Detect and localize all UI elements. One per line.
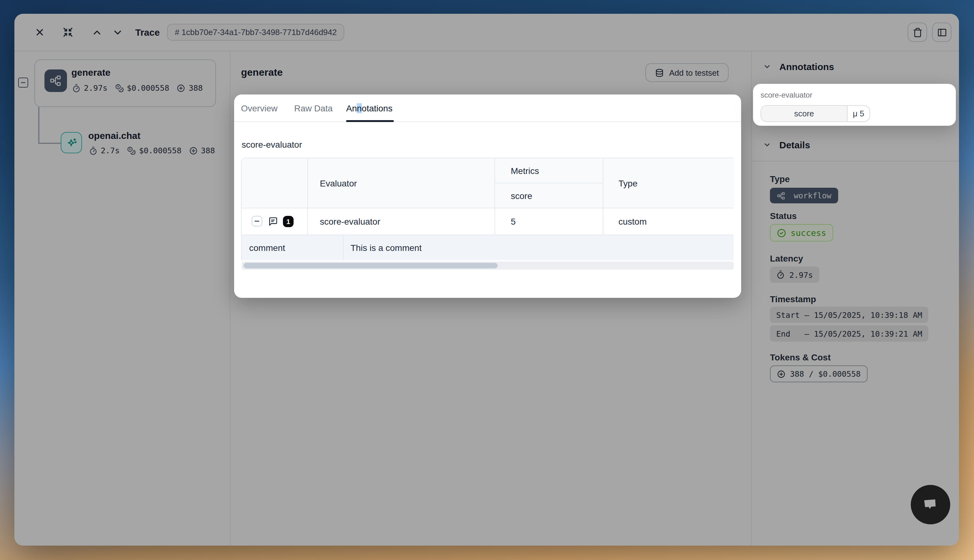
annotations-section-title: Annotations: [779, 61, 834, 72]
sparkles-icon: [61, 132, 82, 153]
next-trace-button[interactable]: [110, 25, 125, 40]
latency-metric: 2.97s: [72, 83, 107, 93]
trace-tree-sidebar: generate 2.97s $0.000558 388: [14, 51, 230, 546]
comment-row: [242, 235, 734, 260]
trace-id-chip[interactable]: # 1cbb70e7-34a1-7bb7-3498-771b7d46d942: [167, 24, 344, 41]
type-label: Type: [770, 174, 790, 184]
comment-count-badge: 1: [283, 216, 294, 227]
timestamp-start-value: Start — 15/05/2025, 10:39:18 AM: [776, 310, 922, 319]
tab-annotations[interactable]: Annotations: [346, 95, 392, 122]
add-to-testset-label: Add to testset: [669, 68, 719, 77]
tokens-metric: 388: [177, 83, 203, 93]
evaluator-section-title: score-evaluator: [242, 140, 302, 150]
close-button[interactable]: [32, 25, 47, 40]
minus-icon: [20, 80, 26, 86]
panel-left-icon: [937, 27, 947, 37]
status-value: success: [791, 228, 826, 238]
check-circle-icon: [777, 228, 786, 237]
node-name: generate: [72, 67, 110, 78]
annotation-evaluator-name: score-evaluator: [761, 91, 812, 100]
latency-value: 2.7s: [101, 146, 120, 155]
workflow-icon: [45, 70, 67, 92]
tokens-cost-badge: 388 / $0.000558: [770, 365, 867, 382]
coins-icon: [127, 146, 136, 155]
timestamp-end-badge: End — 15/05/2025, 10:39:21 AM: [770, 325, 929, 342]
delete-trace-button[interactable]: [908, 23, 927, 42]
tab-label: Annotations: [346, 103, 392, 113]
node-metrics: 2.7s $0.000558 388: [89, 146, 215, 155]
details-sidebar: Annotations score-evaluator score μ 5 De…: [751, 51, 959, 546]
support-chat-button[interactable]: [911, 485, 950, 524]
column-divider: [603, 158, 604, 235]
tab-label: Overview: [241, 103, 278, 113]
shrink-icon: [62, 27, 73, 38]
comment-value: This is a comment: [350, 243, 422, 253]
plus-circle-icon: [177, 83, 185, 92]
comment-label: comment: [249, 243, 285, 253]
annotation-summary-card: score-evaluator score μ 5: [753, 84, 956, 126]
tab-raw-data[interactable]: Raw Data: [294, 95, 333, 122]
annotations-section-toggle[interactable]: Annotations: [763, 61, 834, 72]
annotations-table: Evaluator Metrics score Type 1 score-eva…: [241, 158, 734, 260]
column-header-type: Type: [619, 178, 637, 188]
tokens-cost-label: Tokens & Cost: [770, 352, 831, 362]
coins-icon: [115, 83, 123, 92]
cost-value: $0.000558: [127, 83, 169, 93]
scrollbar-thumb[interactable]: [244, 263, 498, 268]
latency-badge: 2.97s: [770, 267, 819, 283]
chevron-up-icon: [92, 27, 103, 38]
collapse-drawer-button[interactable]: [60, 25, 75, 40]
chat-bubble-icon: [922, 497, 939, 513]
timer-icon: [89, 146, 98, 155]
toggle-side-panel-button[interactable]: [932, 23, 951, 42]
span-title: generate: [241, 67, 283, 78]
tab-label: Raw Data: [294, 103, 333, 113]
cell-evaluator: score-evaluator: [320, 217, 380, 227]
annotations-tab-card: Overview Raw Data Annotations score-eval…: [234, 95, 741, 298]
column-divider: [307, 158, 308, 235]
message-square-icon: [268, 217, 278, 227]
prev-trace-button[interactable]: [90, 25, 105, 40]
annotation-metric-chip[interactable]: score μ 5: [761, 105, 870, 122]
table-header-background: [242, 158, 734, 208]
details-section-toggle[interactable]: Details: [763, 140, 810, 150]
row-comment-button[interactable]: [268, 217, 278, 227]
plus-circle-icon: [189, 146, 198, 155]
section-divider: [752, 161, 959, 162]
trace-drawer: Trace # 1cbb70e7-34a1-7bb7-3498-771b7d46…: [14, 14, 959, 546]
tokens-cost-value: 388 / $0.000558: [790, 369, 861, 378]
plus-circle-icon: [777, 370, 786, 378]
status-label: Status: [770, 211, 797, 221]
type-badge: workflow: [770, 188, 838, 203]
column-divider: [495, 158, 495, 235]
cell-score: 5: [511, 217, 516, 227]
add-to-testset-button[interactable]: Add to testset: [645, 63, 728, 82]
chevron-down-icon: [763, 141, 771, 149]
timer-icon: [72, 83, 81, 92]
metric-name: score: [761, 106, 847, 122]
latency-metric: 2.7s: [89, 146, 120, 155]
collapse-row-button[interactable]: [252, 216, 262, 227]
cost-metric: $0.000558: [115, 83, 169, 93]
tab-overview[interactable]: Overview: [241, 95, 278, 122]
latency-value: 2.97s: [84, 83, 107, 93]
tokens-metric: 388: [189, 146, 215, 155]
tree-node-generate[interactable]: generate 2.97s $0.000558 388: [34, 60, 216, 107]
chevron-down-icon: [763, 63, 771, 71]
horizontal-scrollbar: [242, 262, 734, 270]
text-selection: n: [357, 103, 362, 113]
column-header-evaluator: Evaluator: [320, 178, 357, 188]
minus-icon: [254, 218, 260, 225]
chevron-down-icon: [112, 27, 123, 38]
tree-collapse-toggle[interactable]: [18, 78, 28, 88]
timer-icon: [776, 270, 785, 279]
toolbar: Trace # 1cbb70e7-34a1-7bb7-3498-771b7d46…: [14, 14, 959, 51]
tokens-value: 388: [201, 146, 215, 155]
metrics-subheader-divider: [495, 183, 604, 183]
header-bottom-border: [242, 208, 734, 208]
status-badge: success: [770, 224, 833, 242]
latency-label: Latency: [770, 253, 803, 263]
tree-node-openai-chat[interactable]: openai.chat 2.7s $0.000558 388: [14, 127, 230, 162]
workflow-icon: [777, 191, 786, 200]
cell-type: custom: [619, 217, 647, 227]
